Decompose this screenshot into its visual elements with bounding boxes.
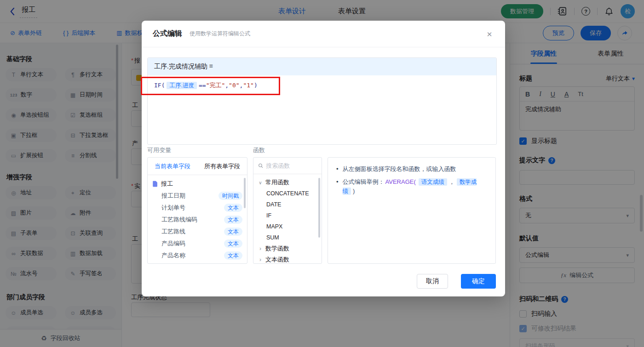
group-label: 常用函数 (265, 178, 289, 187)
document-icon (152, 181, 158, 187)
function-item-date[interactable]: DATE (253, 199, 322, 210)
formula-op: == (199, 82, 206, 89)
variable-type-badge: 文本 (224, 216, 242, 224)
variable-name: 工艺路线 (161, 228, 224, 236)
function-item-sum[interactable]: SUM (253, 232, 322, 243)
variable-field-row[interactable]: 计划单号文本 (148, 202, 247, 214)
function-group-text[interactable]: 文本函数 (253, 254, 322, 264)
variable-field-row[interactable]: 工艺路线编码文本 (148, 214, 247, 226)
formula-string: "1" (243, 82, 253, 89)
function-item-mapx[interactable]: MAPX (253, 221, 322, 232)
variable-name: 报工日期 (161, 192, 218, 200)
variables-label: 可用变量 (147, 146, 171, 154)
variable-root-label: 报工 (161, 180, 173, 188)
formula-field-chip[interactable]: 工序.进度 (167, 82, 196, 89)
functions-panel: 常用函数 CONCATENATE DATE IF MAPX SUM 数学函数 文… (253, 157, 322, 264)
chevron-collapsed-icon (258, 256, 263, 263)
formula-string: "完工" (206, 82, 225, 89)
function-item-if[interactable]: IF (253, 210, 322, 221)
search-icon (258, 163, 263, 169)
formula-edit-modal: 公式编辑 使用数学运算符编辑公式 工序.完成情况辅助 = IF(工序.进度=="… (142, 21, 505, 296)
modal-title: 公式编辑 (153, 29, 182, 39)
variables-scrollbar[interactable] (244, 178, 246, 208)
variable-name: 工艺路线编码 (161, 216, 224, 224)
tips-panel: 从左侧面板选择字段名和函数，或输入函数 公式编辑举例：AVERAGE(语文成绩，… (328, 157, 496, 264)
function-search (253, 158, 322, 174)
modal-footer: 取消 确定 (417, 274, 496, 289)
formula-close-paren: ) (254, 82, 258, 89)
variables-tabs: 当前表单字段 所有表单字段 (148, 158, 247, 175)
function-item-concatenate[interactable]: CONCATENATE (253, 188, 322, 199)
function-group-math[interactable]: 数学函数 (253, 243, 322, 254)
tip-line-2: 公式编辑举例：AVERAGE(语文成绩，数学成绩) (336, 177, 487, 196)
modal-subtitle: 使用数学运算符编辑公式 (190, 30, 250, 38)
variable-type-badge: 文本 (224, 239, 242, 248)
app-window: 报工 表单设计 表单设置 数据管理 检 ⊘ 表单外链 { } (0, 0, 644, 347)
variable-root-form[interactable]: 报工 (148, 177, 247, 190)
search-function-input[interactable] (266, 162, 317, 169)
variable-type-badge: 时间戳 (218, 192, 242, 200)
chevron-collapsed-icon (258, 245, 263, 252)
confirm-button[interactable]: 确定 (461, 274, 496, 289)
formula-editor: 工序.完成情况辅助 = IF(工序.进度=="完工","0","1") (147, 57, 497, 145)
variable-field-row[interactable]: 产品名称文本 (148, 250, 247, 262)
variable-field-row[interactable]: 工艺路线文本 (148, 226, 247, 238)
tip-line-1: 从左侧面板选择字段名和函数，或输入函数 (336, 165, 487, 174)
tab-all-form-fields[interactable]: 所有表单字段 (204, 162, 240, 171)
functions-scrollbar[interactable] (318, 178, 320, 238)
cancel-button[interactable]: 取消 (417, 274, 448, 289)
function-tree: 常用函数 CONCATENATE DATE IF MAPX SUM 数学函数 文… (253, 174, 322, 264)
formula-comma: , (225, 82, 229, 89)
function-group-common[interactable]: 常用函数 (253, 177, 322, 188)
example-field-chip: 语文成绩 (419, 178, 447, 186)
variables-list: 报工 报工日期时间戳 计划单号文本 工艺路线编码文本 工艺路线文本 产品编码文本… (148, 175, 247, 264)
variables-panel: 当前表单字段 所有表单字段 报工 报工日期时间戳 计划单号文本 工艺路线编码文本… (147, 157, 247, 264)
variable-type-badge: 文本 (224, 251, 242, 260)
group-label: 数学函数 (265, 245, 289, 253)
variable-type-badge: 文本 (224, 228, 242, 236)
formula-string: "0" (229, 82, 239, 89)
variable-name: 产品编码 (161, 239, 224, 248)
chevron-expanded-icon (258, 180, 263, 185)
formula-fn: IF( (154, 82, 165, 89)
variable-field-row[interactable]: 报工日期时间戳 (148, 190, 247, 202)
formula-input-area[interactable]: IF(工序.进度=="完工","0","1") (148, 75, 496, 96)
variable-name: 计划单号 (161, 204, 224, 212)
tab-current-form-fields[interactable]: 当前表单字段 (155, 162, 190, 171)
tip-example: 公式编辑举例：AVERAGE(语文成绩，数学成绩) (343, 177, 487, 196)
example-fn: AVERAGE( (385, 178, 416, 185)
variable-type-badge: 文本 (224, 204, 242, 212)
functions-label: 函数 (253, 146, 265, 154)
modal-header: 公式编辑 使用数学运算符编辑公式 (142, 21, 505, 47)
group-label: 文本函数 (265, 256, 289, 264)
close-icon[interactable] (485, 30, 494, 39)
variable-name: 产品名称 (161, 251, 224, 260)
formula-target-bar: 工序.完成情况辅助 = (148, 58, 496, 75)
variable-field-row[interactable]: 产品编码文本 (148, 238, 247, 250)
